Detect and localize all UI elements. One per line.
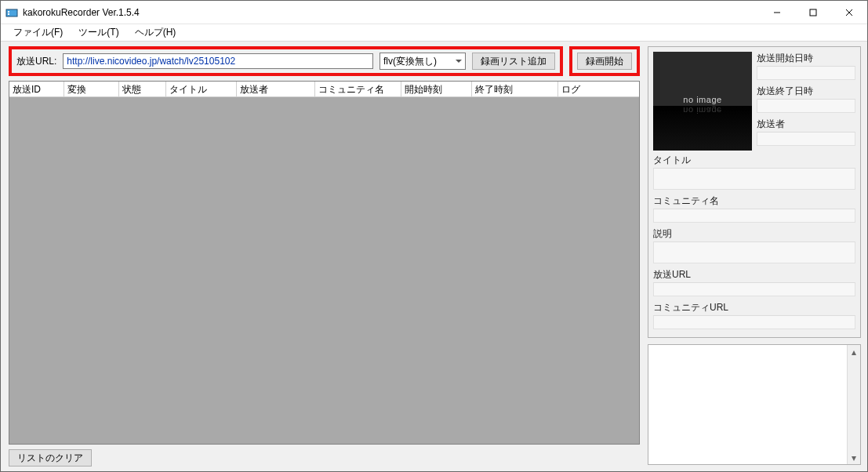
- log-scrollbar[interactable]: ▴ ▾: [847, 345, 860, 464]
- col-log[interactable]: ログ: [558, 82, 639, 96]
- col-status[interactable]: 状態: [119, 82, 166, 96]
- window-title: kakorokuRecorder Ver.1.5.4: [23, 7, 140, 18]
- left-pane: 放送URL: flv(変換無し) 録画リスト追加 録画開始 放送ID 変換 状態…: [1, 42, 648, 471]
- col-title[interactable]: タイトル: [166, 82, 237, 96]
- app-icon: [5, 6, 18, 19]
- right-pane: no image no image 放送開始日時 放送終了日時 放送者: [648, 42, 867, 471]
- value-broadcast-url: [653, 282, 855, 296]
- label-title: タイトル: [653, 154, 855, 167]
- label-end-dt: 放送終了日時: [757, 85, 855, 98]
- scroll-up-icon[interactable]: ▴: [848, 345, 860, 358]
- content: 放送URL: flv(変換無し) 録画リスト追加 録画開始 放送ID 変換 状態…: [1, 42, 867, 471]
- record-start-button[interactable]: 録画開始: [577, 53, 632, 70]
- value-community: [653, 209, 855, 223]
- value-start-dt: [757, 66, 855, 80]
- grid-header: 放送ID 変換 状態 タイトル 放送者 コミュニティ名 開始時刻 終了時刻 ログ: [9, 82, 639, 97]
- clear-list-button[interactable]: リストのクリア: [9, 449, 92, 467]
- value-title: [653, 168, 855, 190]
- label-community-url: コミュニティURL: [653, 301, 855, 314]
- label-start-dt: 放送開始日時: [757, 52, 855, 65]
- thumbnail-text-mirror: no image: [683, 106, 721, 115]
- value-broadcaster: [757, 132, 855, 146]
- thumbnail-text: no image: [683, 95, 721, 104]
- svg-rect-4: [810, 9, 816, 16]
- log-panel: ▴ ▾: [648, 344, 861, 465]
- recording-grid[interactable]: 放送ID 変換 状態 タイトル 放送者 コミュニティ名 開始時刻 終了時刻 ログ: [9, 81, 640, 445]
- col-end-time[interactable]: 終了時刻: [472, 82, 558, 96]
- col-start-time[interactable]: 開始時刻: [401, 82, 472, 96]
- log-text[interactable]: [648, 345, 847, 464]
- menu-help[interactable]: ヘルプ(H): [127, 24, 184, 41]
- url-input[interactable]: [63, 53, 373, 69]
- svg-rect-0: [6, 9, 17, 16]
- label-broadcast-url: 放送URL: [653, 268, 855, 281]
- value-community-url: [653, 315, 855, 329]
- col-broadcast-id[interactable]: 放送ID: [9, 82, 64, 96]
- record-start-highlight: 録画開始: [569, 46, 640, 76]
- info-fields-right: 放送開始日時 放送終了日時 放送者: [757, 52, 855, 151]
- info-panel: no image no image 放送開始日時 放送終了日時 放送者: [648, 46, 861, 338]
- url-label: 放送URL:: [16, 55, 56, 68]
- minimize-button[interactable]: [759, 1, 795, 24]
- value-description: [653, 241, 855, 263]
- label-community: コミュニティ名: [653, 194, 855, 208]
- bottom-row: リストのクリア: [9, 449, 640, 467]
- col-broadcaster[interactable]: 放送者: [237, 82, 315, 96]
- format-select[interactable]: flv(変換無し): [380, 53, 466, 70]
- format-select-value: flv(変換無し): [383, 55, 437, 68]
- col-community[interactable]: コミュニティ名: [315, 82, 401, 96]
- maximize-button[interactable]: [795, 1, 831, 24]
- close-button[interactable]: [831, 1, 867, 24]
- value-end-dt: [757, 99, 855, 113]
- scroll-down-icon[interactable]: ▾: [848, 451, 860, 464]
- info-fields-below: タイトル コミュニティ名 説明 放送URL コミュニティURL: [653, 154, 855, 332]
- col-convert[interactable]: 変換: [64, 82, 119, 96]
- menu-file[interactable]: ファイル(F): [5, 24, 71, 41]
- info-top: no image no image 放送開始日時 放送終了日時 放送者: [653, 52, 855, 151]
- menubar: ファイル(F) ツール(T) ヘルプ(H): [1, 24, 867, 42]
- url-row: 放送URL: flv(変換無し) 録画リスト追加: [9, 46, 563, 76]
- label-broadcaster: 放送者: [757, 118, 855, 131]
- menu-tool[interactable]: ツール(T): [71, 24, 126, 41]
- grid-wrap: 放送ID 変換 状態 タイトル 放送者 コミュニティ名 開始時刻 終了時刻 ログ…: [9, 81, 640, 467]
- label-description: 説明: [653, 227, 855, 241]
- thumbnail: no image no image: [653, 52, 752, 151]
- svg-rect-1: [8, 11, 9, 13]
- titlebar: kakorokuRecorder Ver.1.5.4: [1, 1, 867, 24]
- add-to-list-button[interactable]: 録画リスト追加: [472, 53, 555, 70]
- url-row-wrap: 放送URL: flv(変換無し) 録画リスト追加 録画開始: [9, 46, 640, 76]
- svg-rect-2: [8, 13, 9, 15]
